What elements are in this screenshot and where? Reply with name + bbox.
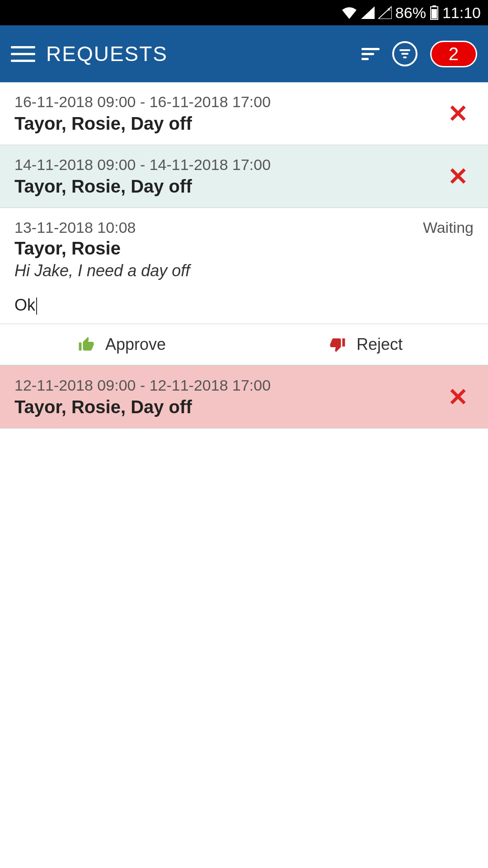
approve-label: Approve — [105, 335, 166, 354]
request-item[interactable]: 16-11-2018 09:00 - 16-11-2018 17:00 Tayo… — [0, 82, 488, 145]
battery-percent: 86% — [395, 4, 426, 22]
app-bar: REQUESTS 2 — [0, 25, 488, 82]
sort-icon[interactable] — [361, 48, 380, 60]
expanded-request: 13-11-2018 10:08 Waiting Tayor, Rosie Hi… — [0, 208, 488, 324]
thumb-up-icon — [78, 336, 94, 353]
request-date-range: 14-11-2018 09:00 - 14-11-2018 17:00 — [14, 156, 442, 174]
close-icon[interactable]: ✕ — [442, 164, 474, 189]
wifi-icon — [341, 6, 357, 19]
close-icon[interactable]: ✕ — [442, 101, 474, 126]
reject-label: Reject — [357, 335, 403, 354]
signal-no-data-icon: × — [378, 6, 392, 19]
expanded-message: Hi Jake, I need a day off — [14, 261, 474, 280]
request-item[interactable]: 12-11-2018 09:00 - 12-11-2018 17:00 Tayo… — [0, 366, 488, 429]
battery-icon — [430, 5, 439, 20]
clock-time: 11:10 — [442, 4, 481, 22]
text-cursor — [36, 297, 37, 315]
expanded-name: Tayor, Rosie — [14, 238, 474, 259]
menu-icon[interactable] — [11, 46, 35, 62]
toolbar-actions: 2 — [361, 41, 477, 67]
action-bar: Approve Reject — [0, 324, 488, 366]
status-label: Waiting — [423, 219, 474, 236]
request-title: Tayor, Rosie, Day off — [14, 113, 442, 134]
expanded-timestamp: 13-11-2018 10:08 — [14, 219, 136, 236]
request-item[interactable]: 14-11-2018 09:00 - 14-11-2018 17:00 Tayo… — [0, 145, 488, 208]
reject-button[interactable]: Reject — [244, 324, 488, 365]
request-title: Tayor, Rosie, Day off — [14, 397, 442, 417]
close-icon[interactable]: ✕ — [442, 385, 474, 409]
filter-icon[interactable] — [392, 41, 418, 66]
page-title: REQUESTS — [46, 42, 351, 66]
approve-button[interactable]: Approve — [0, 324, 244, 365]
svg-rect-3 — [432, 9, 437, 19]
notification-badge[interactable]: 2 — [430, 41, 477, 67]
reply-input[interactable]: Ok — [14, 296, 37, 315]
request-title: Tayor, Rosie, Day off — [14, 176, 442, 197]
status-icons: × 86% 11:10 — [341, 4, 481, 22]
status-bar: × 86% 11:10 — [0, 0, 488, 25]
svg-text:×: × — [387, 6, 391, 13]
thumb-down-icon — [329, 336, 346, 353]
request-date-range: 16-11-2018 09:00 - 16-11-2018 17:00 — [14, 93, 442, 111]
signal-full-icon — [361, 6, 375, 19]
request-date-range: 12-11-2018 09:00 - 12-11-2018 17:00 — [14, 377, 442, 394]
